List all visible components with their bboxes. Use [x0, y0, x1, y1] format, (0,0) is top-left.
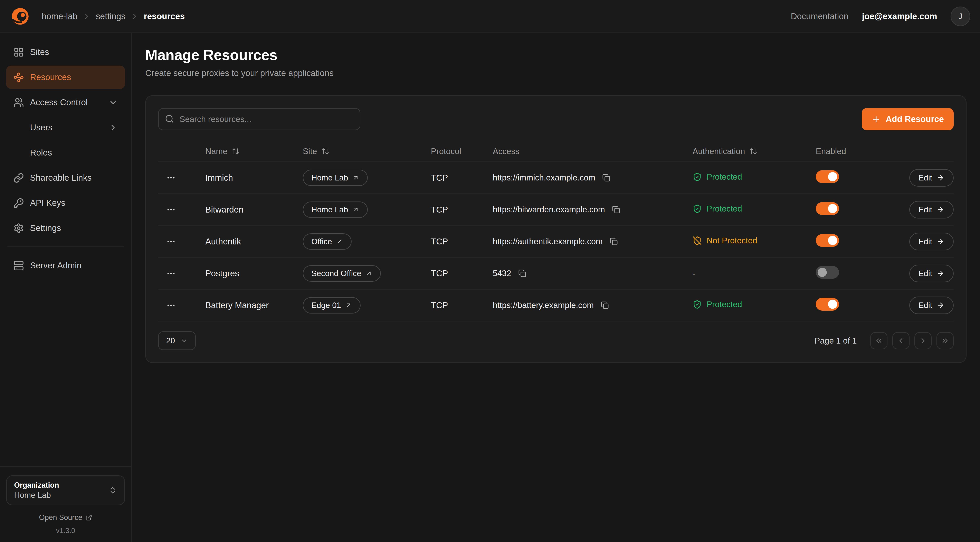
sidebar-item-api-keys[interactable]: API Keys [6, 191, 125, 215]
add-resource-button[interactable]: Add Resource [862, 108, 954, 130]
arrow-right-icon [937, 301, 945, 309]
plus-icon [872, 115, 881, 124]
first-page-button[interactable] [870, 332, 888, 349]
resource-protocol: TCP [431, 269, 493, 278]
copy-button[interactable] [515, 266, 530, 281]
waypoints-icon [13, 72, 24, 83]
sidebar-item-resources[interactable]: Resources [6, 65, 125, 89]
row-actions-button[interactable] [162, 296, 180, 314]
column-header-name[interactable]: Name [192, 147, 303, 156]
sidebar-item-label: API Keys [30, 198, 65, 208]
enabled-toggle[interactable] [816, 234, 839, 247]
arrow-up-right-icon [345, 302, 352, 309]
users-icon [13, 97, 24, 108]
site-name: Edge 01 [311, 301, 341, 310]
site-link[interactable]: Home Lab [303, 201, 368, 218]
edit-label: Edit [918, 269, 932, 278]
enabled-toggle[interactable] [816, 266, 839, 279]
avatar[interactable]: J [951, 6, 970, 26]
gear-icon [13, 223, 24, 233]
sort-icon [321, 147, 329, 155]
documentation-link[interactable]: Documentation [791, 11, 849, 21]
resource-access: https://bitwarden.example.com [493, 205, 605, 214]
copy-button[interactable] [609, 202, 623, 217]
edit-button[interactable]: Edit [909, 169, 954, 187]
next-page-button[interactable] [915, 332, 932, 349]
chevron-down-icon [108, 98, 118, 107]
site-name: Home Lab [311, 173, 348, 182]
site-link[interactable]: Home Lab [303, 170, 368, 186]
shield-check-icon [692, 204, 702, 214]
edit-button[interactable]: Edit [909, 265, 954, 282]
copy-button[interactable] [597, 298, 612, 313]
site-link[interactable]: Office [303, 233, 352, 250]
toolbar: Add Resource [158, 108, 954, 130]
copy-icon [612, 206, 620, 214]
page-title: Manage Resources [145, 46, 967, 63]
search-input[interactable] [158, 108, 360, 130]
last-page-button[interactable] [937, 332, 954, 349]
external-link-icon [85, 514, 92, 521]
key-icon [13, 198, 24, 208]
edit-button[interactable]: Edit [909, 233, 954, 250]
edit-label: Edit [918, 205, 932, 214]
row-actions-button[interactable] [162, 233, 180, 251]
sidebar-item-shareable-links[interactable]: Shareable Links [6, 166, 125, 190]
resource-name: Authentik [192, 237, 303, 247]
breadcrumb-resources: resources [144, 11, 185, 21]
edit-button[interactable]: Edit [909, 201, 954, 218]
chevron-right-icon [108, 123, 118, 132]
sidebar-item-access-control[interactable]: Access Control [6, 91, 125, 114]
sidebar-item-label: Settings [30, 223, 61, 233]
column-header-site[interactable]: Site [303, 147, 431, 156]
open-source-link[interactable]: Open Source [6, 513, 125, 522]
breadcrumb-settings[interactable]: settings [96, 11, 126, 21]
column-header-enabled: Enabled [816, 147, 886, 156]
copy-icon [601, 301, 609, 309]
chevrons-left-icon [875, 336, 883, 345]
enabled-toggle[interactable] [816, 170, 839, 183]
authentication-label: Protected [706, 300, 742, 309]
copy-icon [518, 269, 526, 277]
site-link[interactable]: Edge 01 [303, 297, 361, 314]
avatar-initial: J [958, 12, 963, 21]
user-email[interactable]: joe@example.com [862, 11, 937, 21]
page-size-select[interactable]: 20 [158, 331, 196, 350]
sidebar-item-label: Users [30, 123, 52, 132]
edit-label: Edit [918, 173, 932, 182]
site-link[interactable]: Second Office [303, 265, 381, 282]
copy-button[interactable] [599, 171, 614, 185]
organization-picker[interactable]: Organization Home Lab [6, 475, 125, 505]
sidebar-item-settings[interactable]: Settings [6, 217, 125, 240]
breadcrumb-org[interactable]: home-lab [42, 11, 78, 21]
row-actions-button[interactable] [162, 264, 180, 283]
authentication-status: Not Protected [692, 236, 757, 245]
sidebar-item-label: Access Control [30, 97, 88, 107]
enabled-toggle[interactable] [816, 202, 839, 215]
authentication-status: - [692, 269, 695, 278]
app-logo[interactable] [10, 6, 31, 27]
enabled-toggle[interactable] [816, 298, 839, 311]
sidebar-item-users[interactable]: Users [6, 116, 125, 139]
sort-icon [749, 147, 757, 155]
organization-value: Home Lab [14, 491, 59, 500]
toggle-knob [828, 204, 837, 213]
sidebar-item-sites[interactable]: Sites [6, 40, 125, 64]
table-row: Battery Manager Edge 01 TCP https://batt… [158, 290, 954, 322]
row-actions-button[interactable] [162, 169, 180, 187]
copy-button[interactable] [606, 234, 621, 249]
arrow-up-right-icon [336, 238, 343, 245]
previous-page-button[interactable] [892, 332, 910, 349]
ellipsis-icon [166, 173, 176, 183]
chevron-right-icon [82, 12, 91, 21]
resource-access: https://immich.example.com [493, 173, 595, 182]
column-header-authentication[interactable]: Authentication [692, 147, 816, 156]
edit-button[interactable]: Edit [909, 297, 954, 314]
sidebar-divider [7, 247, 124, 247]
sidebar-item-server-admin[interactable]: Server Admin [6, 254, 125, 277]
sidebar-item-roles[interactable]: Roles [6, 141, 125, 164]
table-header: Name Site Protocol Access Authentication [158, 141, 954, 162]
toggle-knob [828, 300, 837, 309]
row-actions-button[interactable] [162, 201, 180, 219]
authentication-label: Protected [706, 204, 742, 214]
